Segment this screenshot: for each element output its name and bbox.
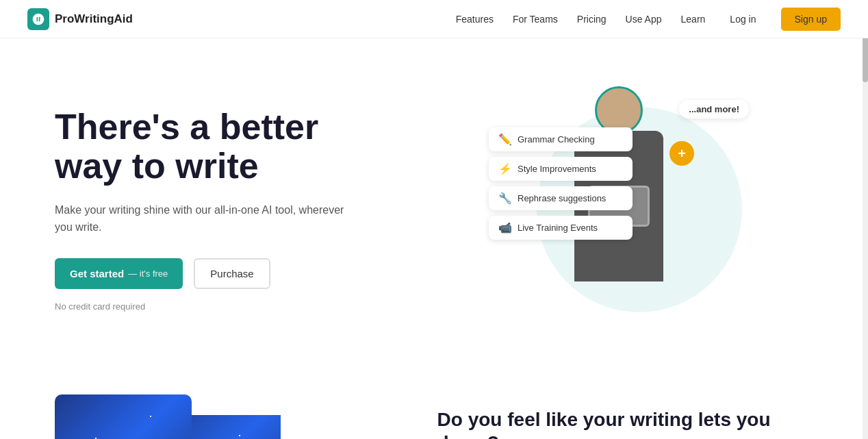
hero-visual: ...and more! + ✏️ Grammar Checking ⚡ Sty… — [489, 86, 749, 333]
hero-note: No credit card required — [55, 301, 424, 312]
feature-card-style: ⚡ Style Improvements — [489, 157, 633, 181]
hero-section: There's a better way to write Make your … — [0, 38, 868, 367]
hero-cta-group: Get started — it's free Purchase — [55, 258, 424, 289]
section2-title: Do you feel like your writing lets you d… — [437, 408, 813, 439]
section2-text-area: Do you feel like your writing lets you d… — [437, 394, 813, 439]
nav-for-teams[interactable]: For Teams — [513, 14, 558, 25]
nav-learn[interactable]: Learn — [681, 14, 706, 25]
section2-images: My idea in my head — [55, 394, 396, 439]
brand-name: ProWritingAid — [55, 12, 133, 26]
rephrase-icon: 🔧 — [498, 192, 512, 205]
grammar-label: Grammar Checking — [518, 134, 595, 145]
nav-use-app[interactable]: Use App — [626, 14, 662, 25]
hero-title: There's a better way to write — [55, 108, 424, 186]
plus-badge: + — [669, 141, 694, 166]
training-icon: 📹 — [498, 221, 512, 234]
hero-subtitle: Make your writing shine with our all-in-… — [55, 201, 356, 236]
feature-card-rephrase: 🔧 Rephrase suggestions — [489, 186, 633, 210]
login-button[interactable]: Log in — [730, 14, 756, 25]
more-bubble: ...and more! — [679, 100, 749, 118]
hero-content-left: There's a better way to write Make your … — [55, 108, 424, 312]
feature-cards-list: ✏️ Grammar Checking ⚡ Style Improvements… — [489, 127, 633, 240]
feature-card-training: 📹 Live Training Events — [489, 216, 633, 240]
hero-title-line1: There's a better — [55, 107, 318, 147]
navbar: ProWritingAid Features For Teams Pricing… — [0, 0, 868, 38]
feature-card-grammar: ✏️ Grammar Checking — [489, 127, 633, 151]
signup-button[interactable]: Sign up — [781, 8, 841, 31]
logo-icon — [27, 8, 49, 30]
get-started-label: Get started — [70, 268, 124, 279]
section2: My idea in my head Do you feel like your… — [0, 367, 868, 439]
get-started-button[interactable]: Get started — it's free — [55, 258, 183, 289]
logo-svg — [31, 12, 45, 26]
nav-pricing[interactable]: Pricing — [577, 14, 607, 25]
nav-links: Features For Teams Pricing Use App Learn… — [456, 8, 841, 31]
hero-title-line2: way to write — [55, 146, 259, 186]
section2-img-group: My idea in my head — [55, 394, 315, 439]
rephrase-label: Rephrase suggestions — [518, 193, 606, 203]
logo-link[interactable]: ProWritingAid — [27, 8, 133, 30]
free-label: — it's free — [128, 268, 168, 279]
purchase-button[interactable]: Purchase — [194, 258, 270, 289]
scrollbar-track[interactable] — [863, 0, 868, 439]
hero-illustration: ...and more! + ✏️ Grammar Checking ⚡ Sty… — [424, 79, 813, 340]
img-card-front — [55, 394, 192, 439]
training-label: Live Training Events — [518, 223, 598, 233]
nav-features[interactable]: Features — [456, 14, 494, 25]
starry-bg-1 — [55, 394, 192, 439]
style-label: Style Improvements — [518, 164, 596, 174]
style-icon: ⚡ — [498, 162, 512, 175]
grammar-icon: ✏️ — [498, 133, 512, 146]
